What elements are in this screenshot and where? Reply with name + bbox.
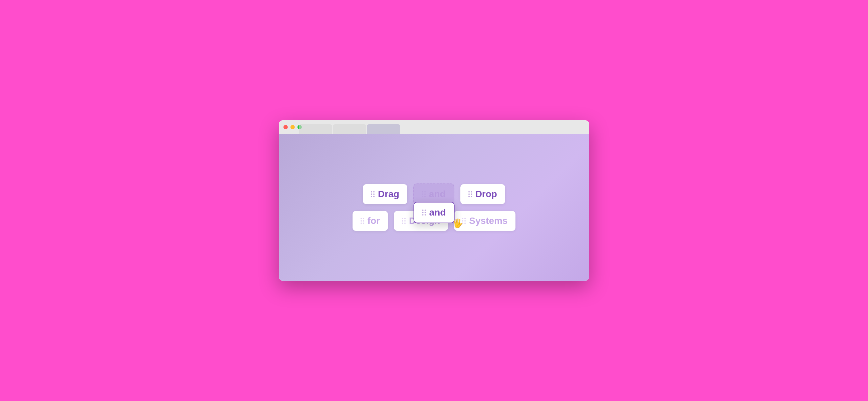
drag-handle-placeholder	[422, 191, 426, 197]
systems-card[interactable]: Systems	[454, 211, 516, 231]
close-button[interactable]	[283, 125, 288, 129]
words-row-1: Drag and Drop and	[363, 183, 505, 205]
browser-titlebar	[279, 120, 589, 134]
drag-handle-for	[361, 218, 364, 224]
tabs-area	[299, 124, 400, 134]
and-dragging-card[interactable]: and 🖐	[414, 202, 455, 223]
drag-card[interactable]: Drag	[363, 184, 407, 204]
for-card[interactable]: for	[352, 211, 388, 231]
drop-card[interactable]: Drop	[460, 184, 505, 204]
drop-word: Drop	[475, 189, 497, 200]
drag-handle-and	[422, 209, 426, 216]
for-word: for	[368, 216, 380, 226]
and-placeholder-word: and	[429, 189, 446, 200]
browser-tab-2[interactable]	[333, 124, 366, 134]
minimize-button[interactable]	[290, 125, 295, 129]
browser-window: Drag and Drop and	[279, 120, 589, 281]
drag-handle-design	[402, 218, 406, 224]
browser-tab-1[interactable]	[299, 124, 332, 134]
drag-handle-systems	[462, 218, 466, 224]
browser-content: Drag and Drop and	[279, 134, 589, 281]
systems-word: Systems	[469, 216, 507, 226]
drag-handle-drag	[371, 191, 375, 197]
drag-handle-drop	[468, 191, 472, 197]
drag-word: Drag	[378, 189, 399, 200]
and-dragging-word: and	[429, 207, 446, 218]
browser-tab-active[interactable]	[367, 124, 400, 134]
